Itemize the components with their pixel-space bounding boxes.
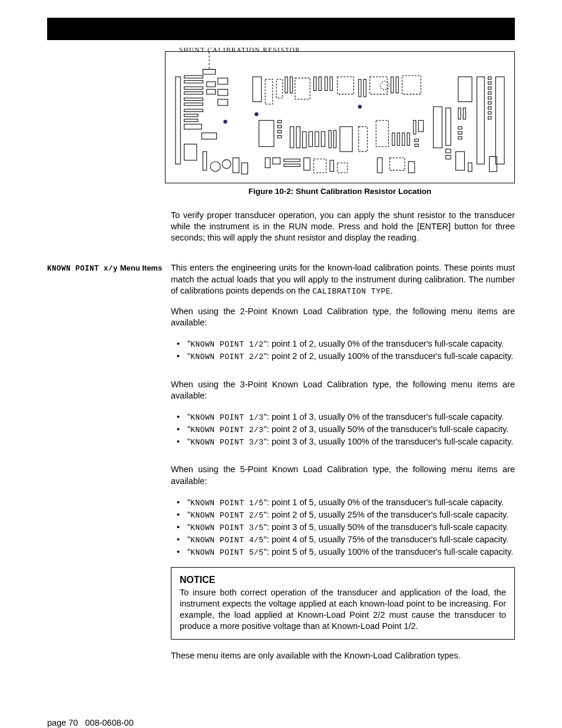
sidehead-lcd: KNOWN POINT x/y: [47, 265, 118, 273]
svg-rect-47: [277, 136, 281, 138]
svg-rect-59: [273, 158, 280, 164]
svg-rect-27: [276, 80, 283, 98]
svg-rect-14: [218, 78, 228, 84]
svg-rect-80: [434, 107, 442, 148]
svg-rect-13: [207, 89, 216, 94]
svg-rect-49: [296, 127, 300, 148]
svg-rect-46: [277, 130, 281, 133]
svg-rect-96: [488, 92, 491, 94]
svg-rect-101: [488, 117, 491, 119]
svg-rect-10: [184, 119, 198, 121]
paragraph-intro: This enters the engineering units for th…: [171, 262, 515, 296]
svg-rect-56: [340, 127, 352, 151]
svg-rect-68: [376, 120, 388, 146]
svg-rect-25: [253, 77, 262, 101]
svg-rect-12: [207, 82, 216, 87]
svg-rect-24: [242, 163, 248, 174]
svg-rect-5: [184, 92, 203, 94]
svg-rect-64: [330, 160, 333, 172]
footer-page: page 70: [47, 718, 78, 727]
figure-caption: Figure 10-2: Shunt Calibration Resistor …: [165, 187, 515, 196]
svg-rect-89: [458, 137, 462, 139]
svg-rect-40: [391, 77, 394, 93]
svg-rect-7: [184, 103, 203, 106]
svg-rect-30: [295, 78, 310, 99]
svg-rect-78: [390, 158, 405, 170]
notice-text: To insure both correct operation of the …: [180, 587, 506, 633]
svg-rect-51: [309, 131, 312, 146]
svg-rect-77: [377, 158, 382, 173]
svg-rect-36: [359, 80, 361, 97]
svg-point-67: [358, 105, 362, 108]
notice-title: NOTICE: [180, 574, 506, 586]
svg-rect-2: [184, 75, 203, 78]
svg-point-21: [210, 162, 220, 172]
page-footer: page 70 008-0608-00: [47, 718, 515, 727]
svg-rect-75: [415, 139, 418, 141]
svg-point-17: [223, 120, 227, 123]
list-2pt: "KNOWN POINT 1/2": point 1 of 2, usually…: [171, 338, 515, 363]
svg-rect-9: [184, 114, 198, 117]
list-item: "KNOWN POINT 1/2": point 1 of 2, usually…: [171, 338, 515, 350]
svg-rect-18: [201, 133, 216, 139]
svg-rect-90: [456, 151, 465, 170]
svg-rect-92: [477, 77, 485, 164]
list-item: "KNOWN POINT 3/3": point 3 of 3, usually…: [171, 436, 515, 448]
svg-rect-91: [468, 163, 472, 172]
svg-rect-38: [370, 77, 388, 94]
svg-rect-88: [458, 131, 462, 134]
figure-container: SHUNT CALIBRATION RESISTOR: [165, 46, 515, 196]
list-5pt: "KNOWN POINT 1/5": point 1 of 5, usually…: [171, 496, 515, 559]
svg-rect-60: [284, 159, 300, 162]
svg-rect-11: [184, 124, 202, 129]
svg-rect-97: [488, 97, 491, 99]
sidehead-rest: Menu Items: [118, 263, 162, 272]
svg-rect-83: [446, 155, 451, 159]
svg-rect-73: [414, 120, 416, 134]
svg-rect-63: [314, 159, 326, 173]
list-item: "KNOWN POINT 5/5": point 5 of 5, usually…: [171, 546, 515, 558]
svg-rect-31: [314, 77, 316, 90]
svg-rect-87: [458, 127, 462, 129]
list-item: "KNOWN POINT 1/3": point 1 of 3, usually…: [171, 411, 515, 423]
svg-rect-35: [338, 77, 353, 94]
svg-rect-1: [176, 77, 180, 164]
svg-point-39: [381, 81, 389, 90]
svg-rect-34: [330, 77, 332, 90]
svg-rect-74: [418, 120, 423, 131]
svg-rect-6: [184, 98, 203, 100]
sidebar-heading-known-point: KNOWN POINT x/y Menu Items: [47, 262, 171, 273]
svg-rect-37: [363, 80, 366, 97]
svg-rect-4: [184, 87, 203, 89]
svg-rect-102: [495, 77, 504, 164]
svg-rect-29: [290, 77, 292, 93]
svg-rect-43: [259, 120, 274, 146]
svg-rect-100: [488, 111, 491, 114]
svg-rect-70: [397, 133, 399, 145]
list-item: "KNOWN POINT 2/5": point 2 of 5, usually…: [171, 509, 515, 521]
svg-rect-32: [319, 77, 321, 90]
svg-rect-61: [284, 164, 300, 166]
notice-box: NOTICE To insure both correct operation …: [171, 567, 515, 640]
svg-point-66: [254, 113, 258, 116]
paragraph-closing: These menu items are only available with…: [171, 650, 515, 661]
lead-3pt: When using the 3-Point Known Load Calibr…: [171, 379, 515, 401]
svg-rect-50: [303, 131, 306, 147]
svg-rect-58: [265, 158, 270, 168]
svg-rect-86: [463, 108, 465, 119]
svg-rect-93: [488, 77, 491, 79]
list-item: "KNOWN POINT 2/2": point 2 of 2, usually…: [171, 350, 515, 363]
schematic-figure: [165, 51, 515, 183]
pcb-schematic-svg: [166, 52, 514, 183]
svg-rect-15: [218, 89, 228, 95]
svg-rect-54: [329, 130, 331, 148]
svg-rect-20: [203, 151, 206, 170]
svg-rect-81: [446, 108, 451, 145]
svg-rect-53: [321, 131, 325, 146]
svg-point-22: [222, 160, 231, 169]
svg-rect-85: [458, 108, 461, 119]
svg-rect-79: [408, 162, 415, 173]
svg-rect-19: [184, 144, 197, 160]
svg-rect-16: [218, 99, 228, 106]
svg-rect-99: [488, 107, 491, 109]
